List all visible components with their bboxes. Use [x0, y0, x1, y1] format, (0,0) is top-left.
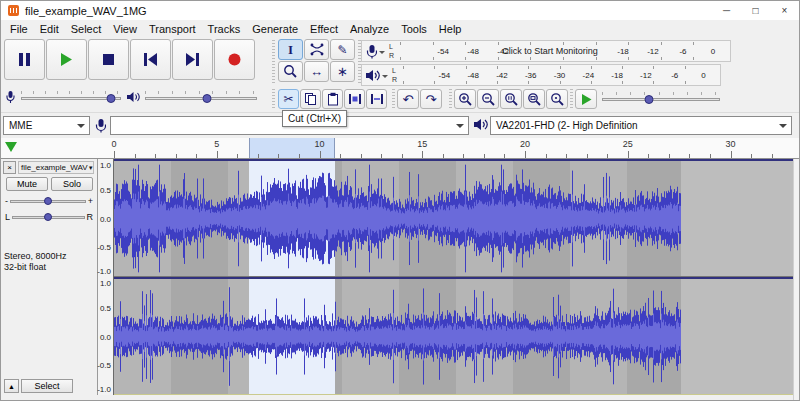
- playback-meter[interactable]: L R -54-48-42-36-30-24-18-12-60: [361, 64, 721, 86]
- track-format-line1: Stereo, 8000Hz: [4, 251, 67, 262]
- playback-speed-slider[interactable]: [602, 92, 720, 106]
- waveform-channel-right[interactable]: [114, 277, 793, 395]
- recording-meter-scale[interactable]: -54-48-42-18-12-60Click to Start Monitor…: [400, 41, 726, 61]
- playback-speed-thumb[interactable]: [645, 95, 654, 104]
- meter-db-label: 0: [711, 47, 715, 56]
- mute-button[interactable]: Mute: [6, 177, 48, 191]
- selection-tool-button[interactable]: I: [278, 39, 303, 60]
- playback-volume-thumb[interactable]: [202, 94, 211, 103]
- minimize-icon[interactable]: ─: [712, 1, 741, 20]
- silence-audio-button[interactable]: [366, 89, 387, 109]
- maximize-icon[interactable]: □: [741, 1, 770, 20]
- paste-button[interactable]: [322, 89, 343, 109]
- play-button[interactable]: [46, 39, 87, 80]
- gain-slider-thumb[interactable]: [44, 197, 52, 205]
- redo-icon: ↷: [426, 93, 437, 106]
- meter-db-label: -54: [437, 47, 449, 56]
- meter-monitor-text[interactable]: Click to Start Monitoring: [502, 46, 598, 56]
- record-button[interactable]: [214, 39, 255, 80]
- amplitude-ruler[interactable]: 1.00.50.0-0.5-1.01.00.50.0-0.5-1.0: [98, 159, 114, 395]
- timeline-tick: [628, 151, 629, 158]
- waveform-area[interactable]: [114, 159, 793, 395]
- timeline-tick: [155, 154, 156, 158]
- toolbar-grip[interactable]: [272, 40, 275, 84]
- timeline-tick: [772, 154, 773, 158]
- playback-device-dropdown[interactable]: VA2201-FHD (2- High Definition: [490, 116, 792, 135]
- skip-to-start-button[interactable]: [130, 39, 171, 80]
- amplitude-label: -1.0: [97, 267, 111, 276]
- recording-volume-thumb[interactable]: [107, 94, 116, 103]
- timeline-tick: [566, 154, 567, 158]
- menu-item-analyze[interactable]: Analyze: [344, 23, 395, 35]
- zoom-tool-button[interactable]: [278, 61, 303, 82]
- zoom-out-button[interactable]: [477, 89, 499, 109]
- menu-item-view[interactable]: View: [107, 23, 143, 35]
- timeline[interactable]: 051015202530: [1, 138, 799, 159]
- toolbar-grip[interactable]: [449, 89, 452, 109]
- zoom-toggle-button[interactable]: [546, 89, 568, 109]
- menu-item-select[interactable]: Select: [65, 23, 108, 35]
- timeline-tick: [196, 154, 197, 158]
- menu-item-effect[interactable]: Effect: [304, 23, 344, 35]
- gain-slider[interactable]: [10, 195, 86, 207]
- menu-item-file[interactable]: File: [4, 23, 34, 35]
- vertical-scrollbar[interactable]: [793, 159, 800, 401]
- fit-selection-button[interactable]: [500, 89, 522, 109]
- redo-button[interactable]: ↷: [420, 89, 442, 109]
- collapse-track-button[interactable]: ▲: [4, 379, 19, 393]
- audio-host-dropdown[interactable]: MME: [3, 116, 90, 135]
- undo-button[interactable]: ↶: [397, 89, 419, 109]
- menu-item-edit[interactable]: Edit: [34, 23, 65, 35]
- toolbar-grip[interactable]: [272, 89, 275, 109]
- amplitude-ruler-channel[interactable]: 1.00.50.0-0.5-1.0: [98, 159, 113, 277]
- menu-item-help[interactable]: Help: [433, 23, 468, 35]
- timeline-tick: [361, 154, 362, 158]
- close-icon[interactable]: ×: [770, 1, 799, 20]
- meter-db-label: -36: [525, 71, 537, 80]
- title-bar: file_example_WAV_1MG ─ □ ×: [1, 1, 799, 20]
- select-track-button[interactable]: Select: [21, 379, 73, 393]
- pan-slider-row: L R: [5, 211, 93, 223]
- stop-button[interactable]: [88, 39, 129, 80]
- pan-slider-thumb[interactable]: [44, 213, 52, 221]
- waveform-canvas-left[interactable]: [114, 161, 793, 276]
- track-close-button[interactable]: ×: [3, 161, 16, 174]
- trim-audio-button[interactable]: [344, 89, 365, 109]
- toolbar-grip[interactable]: [570, 89, 573, 109]
- cut-button[interactable]: ✂: [278, 89, 299, 109]
- edit-toolbar: ✂: [278, 89, 387, 109]
- timeshift-tool-button[interactable]: ↔: [304, 61, 329, 82]
- menu-item-generate[interactable]: Generate: [246, 23, 304, 35]
- menu-item-tracks[interactable]: Tracks: [202, 23, 247, 35]
- timeline-tick: [546, 154, 547, 158]
- track-name-dropdown[interactable]: file_example_WAV ▼: [18, 161, 94, 174]
- track-menu-caret-icon: ▼: [88, 165, 94, 171]
- envelope-tool-button[interactable]: [304, 39, 329, 60]
- menu-item-tools[interactable]: Tools: [395, 23, 433, 35]
- fit-project-button[interactable]: [523, 89, 545, 109]
- pan-slider[interactable]: [12, 211, 84, 223]
- gain-max-label: +: [88, 196, 93, 206]
- timeline-tick-label: 25: [623, 139, 633, 149]
- draw-tool-button[interactable]: ✎: [330, 39, 355, 60]
- playback-meter-scale[interactable]: -54-48-42-36-30-24-18-12-60: [403, 65, 716, 85]
- skip-to-end-button[interactable]: [172, 39, 213, 80]
- timeline-tick: [114, 151, 115, 158]
- meter-db-label: -48: [467, 71, 479, 80]
- menu-item-transport[interactable]: Transport: [143, 23, 202, 35]
- zoom-in-button[interactable]: [454, 89, 476, 109]
- waveform-canvas-right[interactable]: [114, 279, 793, 394]
- multi-tool-button[interactable]: ∗: [330, 61, 355, 82]
- copy-button[interactable]: [300, 89, 321, 109]
- recording-meter[interactable]: L R -54-48-42-18-12-60Click to Start Mon…: [361, 40, 731, 62]
- waveform-channel-left[interactable]: [114, 159, 793, 277]
- play-at-speed-button[interactable]: [575, 89, 597, 109]
- toolbar-grip[interactable]: [392, 89, 395, 109]
- playback-volume-slider[interactable]: [145, 91, 257, 105]
- pause-button[interactable]: [4, 39, 45, 80]
- timeline-ruler[interactable]: 051015202530: [1, 138, 799, 158]
- solo-button[interactable]: Solo: [51, 177, 93, 191]
- amplitude-ruler-channel[interactable]: 1.00.50.0-0.5-1.0: [98, 277, 113, 395]
- speaker-icon: [362, 65, 381, 85]
- recording-volume-slider[interactable]: [21, 91, 121, 105]
